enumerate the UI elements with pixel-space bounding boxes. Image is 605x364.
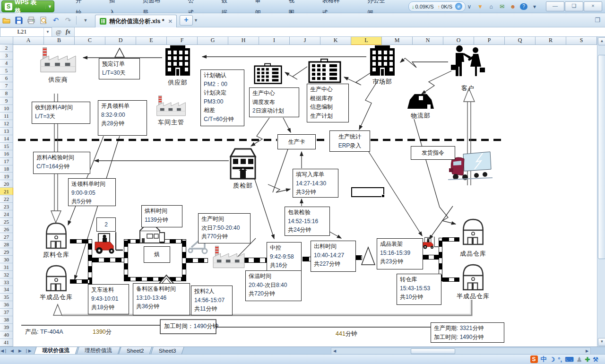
row-header-4[interactable]: 4 <box>0 60 13 67</box>
restore-button[interactable]: ❏ <box>565 1 583 11</box>
bake-time-box[interactable]: 烘料时间1139分钟 <box>141 205 182 227</box>
forklift-icon[interactable] <box>91 231 123 254</box>
name-box[interactable]: L21 ▼ <box>0 27 52 37</box>
row-header-27[interactable]: 27 <box>0 233 13 241</box>
raw-material-warehouse-icon[interactable] <box>44 221 68 250</box>
sheet-tab-Sheet2[interactable]: Sheet2 <box>118 347 152 355</box>
row-header-37[interactable]: 37 <box>0 309 13 316</box>
inventory-plan-box[interactable]: 生产中心根据库存信息编制生产计划 <box>307 84 349 122</box>
column-header-N[interactable]: N <box>413 37 443 45</box>
row-header-5[interactable]: 5 <box>0 67 13 75</box>
toolbar-options-chevron-icon[interactable]: ▼ <box>80 15 91 26</box>
finished-warehouse-icon[interactable] <box>461 217 485 246</box>
punctuation-icon[interactable]: °, <box>558 356 562 363</box>
dispatch-box[interactable]: 生产中心调度发布2日滚动计划 <box>249 87 299 117</box>
transfer-warehouse-box[interactable]: 转仓库15:43-15:53共10分钟 <box>397 274 441 305</box>
column-header-F[interactable]: F <box>167 37 198 45</box>
skin-icon[interactable]: ✚ <box>585 356 590 363</box>
qc-dept-house-icon[interactable] <box>228 147 258 181</box>
row-header-41[interactable]: 41 <box>0 339 13 347</box>
production-card-box[interactable]: 生产卡 <box>277 134 316 149</box>
row-header-17[interactable]: 17 <box>0 158 13 165</box>
row-header-36[interactable]: 36 <box>0 301 13 309</box>
wps-pinyin-icon[interactable]: S <box>530 355 538 363</box>
cycle-time-box[interactable]: 生产周期: 3321分钟加工时间: 1490分钟 <box>431 322 504 343</box>
row-header-16[interactable]: 16 <box>0 150 13 158</box>
skin-icon[interactable]: ▼ <box>476 3 484 10</box>
ship-order-box[interactable]: 发货指令 <box>411 146 455 160</box>
column-header-M[interactable]: M <box>382 37 413 45</box>
scroll-right-icon[interactable]: ▶ <box>584 349 590 353</box>
column-header-K[interactable]: K <box>320 37 351 45</box>
row-header-31[interactable]: 31 <box>0 263 13 271</box>
small-forklift-icon[interactable] <box>421 235 439 250</box>
feeding-box[interactable]: 投料2人14:56-15:07共11分钟 <box>191 286 233 315</box>
column-header-P[interactable]: P <box>474 37 505 45</box>
finished-rack-box[interactable]: 成品装架15:16-15:39共23分钟 <box>377 238 423 269</box>
sheet-tab-Sheet3[interactable]: Sheet3 <box>151 347 185 355</box>
soft-keyboard-icon[interactable]: ⌨ <box>565 356 574 363</box>
column-header-L[interactable]: L <box>351 37 382 45</box>
sheet-tab-现状价值流[interactable]: 现状价值流 <box>34 347 78 355</box>
row-header-39[interactable]: 39 <box>0 324 13 331</box>
logistics-dept-truck-icon[interactable] <box>406 91 435 111</box>
sheet-tab-理想价值流[interactable]: 理想价值流 <box>76 347 120 355</box>
production-stats-box[interactable]: 生产统计ERP录入 <box>329 130 370 152</box>
next-sheet-icon[interactable]: ▶ <box>16 348 24 353</box>
row-header-18[interactable]: 18 <box>0 165 13 173</box>
horizontal-scrollbar[interactable]: ◀ ▶ <box>331 347 591 355</box>
row-header-28[interactable]: 28 <box>0 241 13 248</box>
scroll-left-icon[interactable]: ◀ <box>331 349 338 353</box>
bake-box[interactable]: 烘 <box>144 246 170 263</box>
receive-raw-box[interactable]: 收到原料A时间L/T=3天 <box>32 102 90 124</box>
row-header-32[interactable]: 32 <box>0 271 13 278</box>
row-header-21[interactable]: 21 <box>0 188 13 195</box>
print-icon[interactable] <box>26 15 37 26</box>
prep-area-box[interactable]: 备料区备料时间13:10-13:46共36分钟 <box>133 283 190 315</box>
vertical-scrollbar[interactable]: ▲ ▼ <box>597 37 605 347</box>
collapse-chevron-icon[interactable]: ∨ <box>466 3 473 10</box>
network-speed-widget[interactable]: ↓ 0.09K/S ↑ 0K/S e <box>408 1 466 12</box>
column-header-G[interactable]: G <box>198 37 228 45</box>
production-factory-icon[interactable] <box>207 245 251 269</box>
send-slip-box[interactable]: 送领料单时间9:00-9:05共5分钟 <box>68 178 116 206</box>
row-header-6[interactable]: 6 <box>0 75 13 82</box>
row-header-11[interactable]: 11 <box>0 113 13 120</box>
halfwidth-moon-icon[interactable]: ☽ <box>550 356 555 363</box>
open-folder-icon[interactable] <box>1 15 12 26</box>
column-header-R[interactable]: R <box>536 37 566 45</box>
row-header-10[interactable]: 10 <box>0 105 13 113</box>
column-header-J[interactable]: J <box>290 37 320 45</box>
home-icon[interactable]: ⌂ <box>487 3 495 10</box>
row-header-12[interactable]: 12 <box>0 120 13 128</box>
wps-app-button[interactable]: S WPS 表格 ▼ <box>1 0 54 12</box>
column-header-I[interactable]: I <box>259 37 290 45</box>
row-header-33[interactable]: 33 <box>0 278 13 286</box>
minimize-button[interactable]: — <box>546 1 564 11</box>
more-chevron-icon[interactable]: ▾ <box>531 3 538 10</box>
supply-dept-building-icon[interactable] <box>163 45 193 76</box>
column-header-Q[interactable]: Q <box>505 37 536 45</box>
column-header-E[interactable]: E <box>136 37 167 45</box>
row-header-2[interactable]: 2 <box>0 44 13 52</box>
browser-icon[interactable]: e <box>455 3 462 10</box>
row-header-3[interactable]: 3 <box>0 52 13 60</box>
row-header-29[interactable]: 29 <box>0 248 13 256</box>
row-header-25[interactable]: 25 <box>0 218 13 225</box>
horizontal-scroll-thumb[interactable] <box>411 348 455 354</box>
workshop-manager-factory-icon[interactable] <box>151 95 191 117</box>
row-header-40[interactable]: 40 <box>0 331 13 339</box>
forklift-feed-box[interactable]: 叉车送料9:43-10:01共18分钟 <box>88 284 129 314</box>
row-header-30[interactable]: 30 <box>0 256 13 263</box>
row-header-35[interactable]: 35 <box>0 294 13 301</box>
column-header-B[interactable]: B <box>44 37 75 45</box>
scroll-up-icon[interactable]: ▲ <box>598 37 605 45</box>
row-header-26[interactable]: 26 <box>0 225 13 233</box>
issue-slip-box[interactable]: 开具领料单8:32-9:00共28分钟 <box>98 100 147 136</box>
first-sheet-icon[interactable]: ◀❘ <box>0 348 8 353</box>
package-check-box[interactable]: 包装检验14:52-15:16共24分钟 <box>285 207 330 236</box>
row-header-9[interactable]: 9 <box>0 97 13 105</box>
market-dept-building-icon[interactable] <box>367 45 398 76</box>
data-center-icon-1[interactable] <box>254 62 282 85</box>
new-tab-button[interactable]: + <box>180 15 193 26</box>
